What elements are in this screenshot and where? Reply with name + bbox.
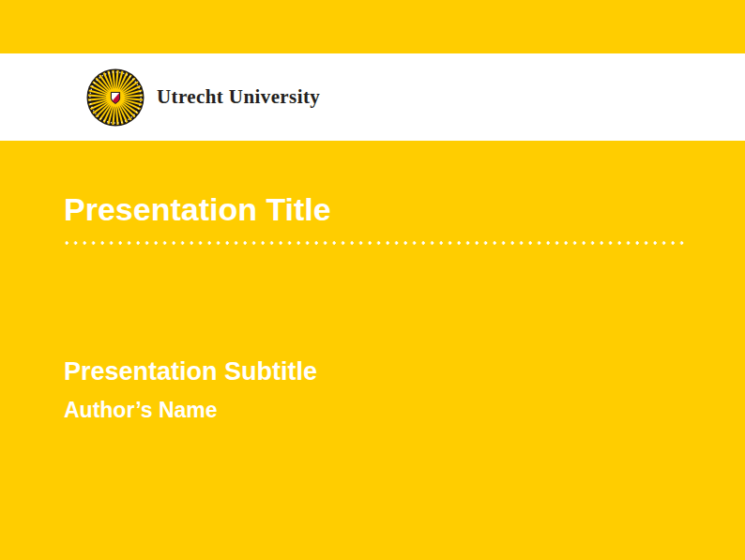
slide-body: Presentation Title Presentation Subtitle…	[0, 141, 745, 560]
presentation-title: Presentation Title	[64, 190, 685, 229]
title-slide: Utrecht University Presentation Title Pr…	[0, 0, 745, 560]
shield-icon	[111, 92, 119, 103]
presentation-subtitle: Presentation Subtitle	[64, 356, 685, 386]
utrecht-university-seal-icon	[86, 68, 144, 127]
dotted-divider	[64, 240, 685, 246]
top-accent-bar	[0, 0, 745, 53]
author-name: Author’s Name	[64, 398, 685, 424]
logo-wordmark: Utrecht University	[157, 85, 320, 109]
logo-band: Utrecht University	[0, 53, 745, 141]
